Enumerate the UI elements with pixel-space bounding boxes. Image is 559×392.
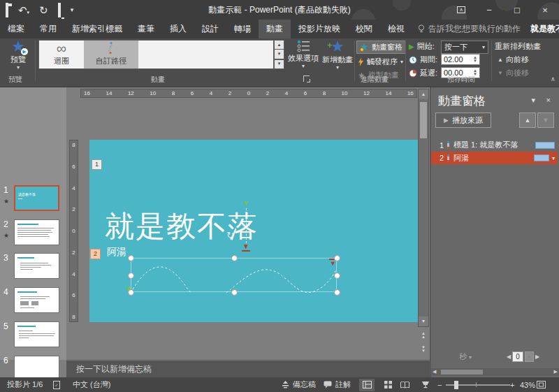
scroll-down-icon[interactable]: ▼ xyxy=(419,317,428,326)
reading-view-button[interactable] xyxy=(397,379,412,391)
gallery-more-icon[interactable]: ▾ xyxy=(274,59,284,69)
maximize-button[interactable]: □ xyxy=(503,0,531,20)
timeline-right-icon[interactable]: ▶ xyxy=(535,354,539,360)
move-earlier-button[interactable]: ▲ 向前移 xyxy=(498,55,529,65)
tab-custom[interactable]: 新增索引標籤 xyxy=(64,20,130,38)
gallery-scroll-up-icon[interactable]: ▴ xyxy=(274,40,284,50)
tab-file[interactable]: 檔案 xyxy=(0,20,32,38)
duration-input[interactable]: 02.00 ▲▼ xyxy=(441,54,480,65)
gallery-scroll: ▴ ▾ ▾ xyxy=(274,40,284,69)
animation-sequence-badge-2[interactable]: 2 xyxy=(90,249,101,259)
pane-close-icon[interactable]: × xyxy=(546,96,551,104)
powerpoint-window: ↶▾ ↻ ▾ 動畫示範 - PowerPoint (產品啟動失敗) ∧ − □ … xyxy=(0,0,559,392)
tab-transitions[interactable]: 轉場 xyxy=(226,20,259,38)
pane-horizontal-scrollbar[interactable]: ◀ ▶ xyxy=(431,368,559,376)
slide-thumbnail-3[interactable] xyxy=(14,253,59,279)
zoom-level[interactable]: 43% xyxy=(520,381,535,389)
effect-options-button[interactable]: 效果選項 ▾ xyxy=(286,39,320,73)
scroll-up-icon[interactable]: ▲ xyxy=(419,89,428,99)
reorder-up-button[interactable]: ▲ xyxy=(519,112,536,128)
tab-insert[interactable]: 插入 xyxy=(162,20,194,38)
tab-review[interactable]: 校閱 xyxy=(348,20,380,38)
collapse-ribbon-icon[interactable]: ∧ xyxy=(551,75,556,82)
comments-toggle-button[interactable]: 註解 xyxy=(324,379,351,390)
previous-slide-button[interactable]: ▲▲ xyxy=(418,330,429,341)
selection-handle[interactable] xyxy=(128,273,134,279)
selection-handle[interactable] xyxy=(334,255,340,261)
slide-sorter-view-button[interactable] xyxy=(380,379,395,391)
zoom-out-icon[interactable]: − xyxy=(437,381,442,389)
item-dropdown-icon[interactable]: ▾ xyxy=(552,155,555,161)
slide-counter[interactable]: 投影片 1/6 xyxy=(7,379,43,390)
selection-handle[interactable] xyxy=(334,289,340,296)
move-later-button[interactable]: ▼ 向後移 xyxy=(498,68,529,78)
gallery-item-custom-path[interactable]: 自訂路徑 xyxy=(84,41,138,68)
animation-pane-button[interactable]: 動畫窗格 xyxy=(356,41,406,54)
ribbon-display-options-icon[interactable]: ∧ xyxy=(447,0,475,20)
timeline-left-icon[interactable]: ◀ xyxy=(507,354,511,360)
scroll-left-icon[interactable]: ◀ xyxy=(433,369,436,375)
selection-handle[interactable] xyxy=(128,289,134,296)
slideshow-view-button[interactable] xyxy=(418,379,433,391)
motion-path-selection[interactable]: ▶ ▼ xyxy=(131,258,337,292)
close-button[interactable]: × xyxy=(531,0,559,20)
timeline-thumb[interactable]: · xyxy=(525,351,534,362)
tab-home[interactable]: 常用 xyxy=(32,20,64,38)
minimize-button[interactable]: − xyxy=(475,0,503,20)
normal-view-button[interactable] xyxy=(359,379,375,391)
add-animation-button[interactable]: ★+ 新增動畫 ▾ xyxy=(321,39,354,73)
slide-thumbnail-4[interactable] xyxy=(14,287,59,313)
slide-title-text[interactable]: 就是教不落 xyxy=(105,207,259,246)
selection-handle[interactable] xyxy=(334,273,340,279)
start-select[interactable]: 按一下▾ xyxy=(441,41,488,54)
selection-handle[interactable] xyxy=(231,289,238,296)
slide-subtitle-text[interactable]: 阿湯 xyxy=(107,246,126,259)
zoom-in-icon[interactable]: + xyxy=(510,381,514,389)
play-from-button[interactable]: ▶ 播放來源 xyxy=(435,112,491,128)
motion-path-end-icon[interactable]: ▼ xyxy=(242,243,249,250)
tab-view[interactable]: 檢視 xyxy=(380,20,412,38)
motion-path-line xyxy=(246,208,247,243)
timing-bar[interactable] xyxy=(534,154,549,161)
scrollbar-thumb[interactable] xyxy=(420,102,427,138)
gallery-item-loop[interactable]: ∞ 迴圈 xyxy=(39,41,84,68)
account-name[interactable]: 就是教不落阿湯 xyxy=(526,20,559,38)
timeline-scrubber[interactable]: ◀ 0 · ▶ xyxy=(507,351,539,362)
motion-path-start-icon[interactable]: ▼ xyxy=(242,200,249,207)
tab-animations[interactable]: 動畫 xyxy=(259,20,291,38)
slide-thumbnail-2[interactable] xyxy=(14,219,59,245)
notes-area[interactable]: 按一下以新增備忘稿 xyxy=(66,359,430,377)
notes-toggle-button[interactable]: 備忘稿 xyxy=(282,379,316,390)
tab-slideshow[interactable]: 投影片放映 xyxy=(291,20,348,38)
zoom-slider-thumb[interactable] xyxy=(454,381,458,389)
rotate-handle-icon[interactable]: ↻ xyxy=(226,231,234,240)
canvas-vertical-scrollbar[interactable]: ▲ ▼ xyxy=(418,89,429,327)
slide-thumbnail-1[interactable]: 就是教不落 xyxy=(14,185,59,211)
gallery-scroll-down-icon[interactable]: ▾ xyxy=(274,50,284,59)
tell-me-box[interactable]: 告訴我您想要執行的動作 xyxy=(412,20,526,38)
selection-handle[interactable] xyxy=(128,255,134,261)
duration-clock-icon xyxy=(409,56,417,64)
slide-canvas[interactable]: 1 就是教不落 ▼ ↻ ▼ 2 阿湯 ▶ ▼ xyxy=(89,140,419,322)
tab-draw[interactable]: 畫筆 xyxy=(130,20,162,38)
slide-thumbnail-5[interactable] xyxy=(14,321,59,347)
pane-menu-icon[interactable]: ▾ xyxy=(531,96,535,105)
scrollbar-thumb[interactable] xyxy=(441,370,483,375)
language-indicator[interactable]: 中文 (台灣) xyxy=(73,379,110,390)
trigger-button[interactable]: 觸發程序 ▾ xyxy=(358,57,403,67)
animation-item-2[interactable]: 2 阿湯 ▾ xyxy=(431,152,558,164)
reorder-down-button[interactable]: ▼ xyxy=(537,112,554,128)
duration-spinner-icon: ▲▼ xyxy=(473,56,477,63)
preview-button[interactable]: ★▶ 預覽 ▾ xyxy=(2,39,34,73)
animation-item-1[interactable]: 1 標題 1: 就是教不落 xyxy=(431,139,558,151)
accessibility-icon[interactable]: ✓ xyxy=(53,381,60,389)
tab-design[interactable]: 設計 xyxy=(194,20,226,38)
selection-handle[interactable] xyxy=(231,255,238,261)
next-slide-button[interactable]: ▼▼ xyxy=(418,344,429,355)
fit-to-window-icon[interactable] xyxy=(537,381,546,389)
seconds-dropdown[interactable]: 秒 ▾ xyxy=(459,351,472,362)
scroll-right-icon[interactable]: ▶ xyxy=(554,369,558,375)
animation-sequence-badge-1[interactable]: 1 xyxy=(92,159,102,170)
animation-dialog-launcher-icon[interactable] xyxy=(303,75,310,82)
timing-bar[interactable] xyxy=(535,142,555,149)
